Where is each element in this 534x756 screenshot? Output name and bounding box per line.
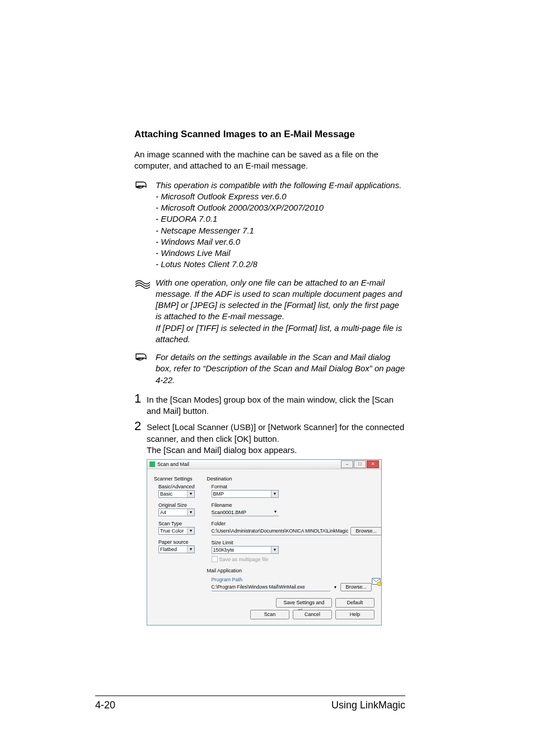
format-value: BMP — [213, 491, 271, 497]
original-size-select[interactable]: A4 ▾ — [158, 508, 195, 516]
maximize-button[interactable]: □ — [354, 460, 366, 468]
scan-and-mail-dialog: Scan and Mail – □ ✕ Scanner Settings Bas… — [147, 459, 382, 626]
program-path-input[interactable]: C:\Program Files\Windows Mail\WinMail.ex… — [212, 583, 331, 591]
mail-app-icon — [372, 577, 382, 587]
chevron-down-icon: ▾ — [187, 528, 194, 534]
scanner-settings-label: Scanner Settings — [154, 476, 195, 482]
browse-folder-button[interactable]: Browse... — [350, 527, 382, 535]
page-number: 4-20 — [95, 699, 115, 711]
chevron-down-icon: ▾ — [271, 491, 278, 497]
original-size-label: Original Size — [158, 502, 195, 508]
section-name: Using LinkMagic — [331, 699, 405, 711]
svg-point-1 — [377, 582, 381, 586]
compat-item: - Windows Mail ver.6.0 — [156, 236, 405, 248]
filename-value: Scan0001.BMP — [212, 510, 272, 515]
folder-label: Folder — [212, 521, 382, 526]
filename-label: Filename — [212, 502, 382, 508]
compat-item: - Microsoft Outlook Express ver.6.0 — [156, 191, 405, 202]
compat-list: - Microsoft Outlook Express ver.6.0 - Mi… — [156, 191, 405, 270]
save-multipage-checkbox[interactable] — [212, 556, 218, 562]
compat-item: - Windows Live Mail — [156, 248, 405, 259]
note-icon — [134, 352, 156, 365]
compat-item: - Netscape Messenger 7.1 — [156, 225, 405, 236]
format-select[interactable]: BMP ▾ — [212, 490, 279, 498]
scan-button[interactable]: Scan — [250, 610, 289, 619]
intro-paragraph: An image scanned with the machine can be… — [134, 149, 405, 172]
basic-advanced-select[interactable]: Basic ▾ — [158, 490, 195, 498]
paper-source-value: Flatbed — [160, 547, 187, 552]
scan-type-select[interactable]: True Color ▾ — [158, 527, 195, 535]
save-multipage-label: Save as multipage file — [219, 557, 269, 562]
compat-intro: This operation is compatible with the fo… — [156, 180, 405, 191]
one-file-note: With one operation, only one file can be… — [156, 277, 405, 323]
step-text: The [Scan and Mail] dialog box appears. — [147, 445, 405, 456]
minimize-button[interactable]: – — [341, 460, 353, 468]
filename-input[interactable]: Scan0001.BMP ▾ — [212, 508, 279, 516]
compat-item: - Lotus Notes Client 7.0.2/8 — [156, 259, 405, 270]
chevron-down-icon: ▾ — [187, 509, 194, 516]
browse-program-button[interactable]: Browse... — [340, 583, 372, 591]
one-file-note-b: If [PDF] or [TIFF] is selected in the [F… — [156, 323, 405, 346]
compat-item: - Microsoft Outlook 2000/2003/XP/2007/20… — [156, 202, 405, 213]
chevron-down-icon[interactable]: ▾ — [332, 585, 338, 590]
close-button[interactable]: ✕ — [367, 460, 379, 468]
folder-path[interactable]: C:\Users\Administrator\Documents\KONICA … — [212, 527, 349, 535]
step-text: Select [Local Scanner (USB)] or [Network… — [147, 422, 405, 445]
step-number: 2 — [134, 420, 147, 432]
dialog-title: Scan and Mail — [157, 461, 189, 467]
size-limit-label: Size Limit — [212, 540, 382, 545]
original-size-value: A4 — [160, 510, 187, 515]
scan-type-value: True Color — [160, 528, 187, 534]
program-path-label: Program Path — [212, 577, 382, 582]
chevron-down-icon: ▾ — [187, 491, 194, 497]
save-settings-and-close-button[interactable]: Save Settings and Close — [276, 598, 332, 608]
step-number: 1 — [134, 393, 147, 405]
app-icon — [149, 461, 155, 467]
chevron-down-icon: ▾ — [271, 547, 278, 553]
help-button[interactable]: Help — [335, 610, 374, 619]
basic-advanced-label: Basic/Advanced — [158, 484, 195, 489]
note-icon — [134, 277, 156, 290]
format-label: Format — [212, 484, 382, 489]
basic-advanced-value: Basic — [160, 491, 187, 497]
step-text: In the [Scan Modes] group box of the mai… — [147, 393, 405, 417]
size-limit-value: 150Kbyte — [213, 547, 271, 553]
compat-item: - EUDORA 7.0.1 — [156, 213, 405, 225]
destination-label: Destination — [207, 476, 382, 482]
mail-application-label: Mail Application — [207, 568, 382, 573]
cancel-button[interactable]: Cancel — [293, 610, 332, 619]
details-note: For details on the settings available in… — [156, 352, 405, 386]
chevron-down-icon: ▾ — [187, 546, 194, 553]
size-limit-select[interactable]: 150Kbyte ▾ — [212, 546, 279, 554]
note-icon — [134, 180, 156, 193]
scan-type-label: Scan Type — [158, 521, 195, 526]
chevron-down-icon: ▾ — [272, 508, 279, 516]
paper-source-select[interactable]: Flatbed ▾ — [158, 545, 195, 553]
default-button[interactable]: Default — [335, 598, 374, 608]
paper-source-label: Paper source — [158, 539, 195, 545]
section-heading: Attaching Scanned Images to an E-Mail Me… — [134, 129, 405, 140]
